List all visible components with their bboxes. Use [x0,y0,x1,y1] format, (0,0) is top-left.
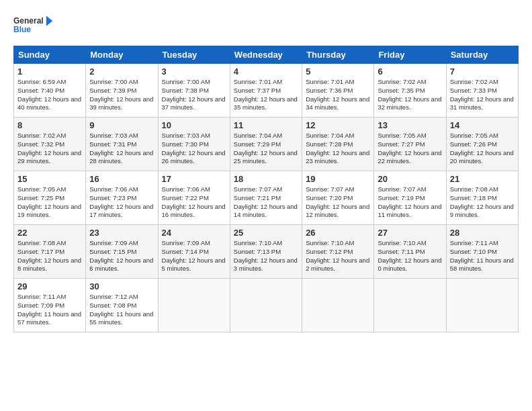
day-info: Sunrise: 7:05 AMSunset: 7:27 PMDaylight:… [378,132,442,166]
calendar-cell: 14Sunrise: 7:05 AMSunset: 7:26 PMDayligh… [446,118,518,171]
day-number: 20 [378,174,442,184]
day-number: 27 [378,228,442,238]
day-info: Sunrise: 7:10 AMSunset: 7:12 PMDaylight:… [306,239,370,273]
day-info: Sunrise: 7:10 AMSunset: 7:13 PMDaylight:… [234,239,298,273]
day-number: 15 [17,174,82,184]
day-number: 8 [17,120,82,130]
logo: General Blue [13,12,54,39]
header-friday: Friday [374,46,446,64]
calendar-cell: 28Sunrise: 7:11 AMSunset: 7:10 PMDayligh… [446,225,518,279]
header: General Blue [13,12,519,39]
day-info: Sunrise: 7:09 AMSunset: 7:15 PMDaylight:… [89,239,154,273]
day-number: 28 [450,228,515,238]
calendar-cell: 20Sunrise: 7:07 AMSunset: 7:19 PMDayligh… [374,171,446,225]
day-number: 21 [450,174,515,184]
day-number: 11 [234,120,298,130]
day-info: Sunrise: 7:00 AMSunset: 7:38 PMDaylight:… [162,78,226,112]
header-monday: Monday [86,46,158,64]
day-number: 7 [450,66,515,77]
calendar-cell: 5Sunrise: 7:01 AMSunset: 7:36 PMDaylight… [302,64,374,118]
calendar-week-4: 22Sunrise: 7:08 AMSunset: 7:17 PMDayligh… [14,225,519,279]
day-info: Sunrise: 7:08 AMSunset: 7:17 PMDaylight:… [17,239,82,273]
day-number: 18 [234,174,298,184]
day-info: Sunrise: 7:01 AMSunset: 7:36 PMDaylight:… [306,78,370,112]
logo-svg: General Blue [13,12,54,39]
day-number: 1 [17,66,82,77]
calendar-cell: 12Sunrise: 7:04 AMSunset: 7:28 PMDayligh… [302,118,374,171]
calendar-cell: 24Sunrise: 7:09 AMSunset: 7:14 PMDayligh… [158,225,230,279]
calendar-cell [302,279,374,332]
day-number: 4 [234,66,298,77]
header-sunday: Sunday [14,46,86,64]
header-thursday: Thursday [302,46,374,64]
day-info: Sunrise: 7:02 AMSunset: 7:33 PMDaylight:… [450,78,515,112]
day-info: Sunrise: 7:05 AMSunset: 7:25 PMDaylight:… [17,185,82,220]
calendar-cell [446,279,518,332]
calendar-cell: 21Sunrise: 7:08 AMSunset: 7:18 PMDayligh… [446,171,518,225]
day-info: Sunrise: 7:12 AMSunset: 7:08 PMDaylight:… [89,293,154,327]
day-number: 2 [89,66,154,77]
calendar-cell: 23Sunrise: 7:09 AMSunset: 7:15 PMDayligh… [86,225,158,279]
day-info: Sunrise: 7:04 AMSunset: 7:28 PMDaylight:… [306,132,370,166]
header-wednesday: Wednesday [230,46,302,64]
svg-marker-2 [47,16,53,26]
day-info: Sunrise: 7:09 AMSunset: 7:14 PMDaylight:… [162,239,226,273]
header-tuesday: Tuesday [158,46,230,64]
day-info: Sunrise: 7:11 AMSunset: 7:10 PMDaylight:… [450,239,515,273]
day-number: 23 [89,228,154,238]
day-info: Sunrise: 7:02 AMSunset: 7:32 PMDaylight:… [17,132,82,166]
day-number: 26 [306,228,370,238]
day-info: Sunrise: 7:03 AMSunset: 7:30 PMDaylight:… [162,132,226,166]
day-info: Sunrise: 7:07 AMSunset: 7:20 PMDaylight:… [306,185,370,220]
day-number: 30 [89,281,154,291]
calendar-cell: 16Sunrise: 7:06 AMSunset: 7:23 PMDayligh… [86,171,158,225]
calendar-cell: 1Sunrise: 6:59 AMSunset: 7:40 PMDaylight… [14,64,86,118]
calendar-cell: 8Sunrise: 7:02 AMSunset: 7:32 PMDaylight… [14,118,86,171]
day-info: Sunrise: 6:59 AMSunset: 7:40 PMDaylight:… [17,78,82,112]
calendar-cell: 13Sunrise: 7:05 AMSunset: 7:27 PMDayligh… [374,118,446,171]
day-number: 6 [378,66,442,77]
day-number: 29 [17,281,82,291]
calendar-cell: 9Sunrise: 7:03 AMSunset: 7:31 PMDaylight… [86,118,158,171]
day-info: Sunrise: 7:07 AMSunset: 7:21 PMDaylight:… [234,185,298,220]
svg-text:General: General [13,16,44,26]
day-info: Sunrise: 7:03 AMSunset: 7:31 PMDaylight:… [89,132,154,166]
day-info: Sunrise: 7:06 AMSunset: 7:22 PMDaylight:… [162,185,226,220]
calendar-cell: 27Sunrise: 7:10 AMSunset: 7:11 PMDayligh… [374,225,446,279]
day-number: 17 [162,174,226,184]
calendar-cell: 29Sunrise: 7:11 AMSunset: 7:09 PMDayligh… [14,279,86,332]
calendar-header-row: SundayMondayTuesdayWednesdayThursdayFrid… [14,46,519,64]
calendar-cell: 15Sunrise: 7:05 AMSunset: 7:25 PMDayligh… [14,171,86,225]
day-info: Sunrise: 7:04 AMSunset: 7:29 PMDaylight:… [234,132,298,166]
calendar-week-3: 15Sunrise: 7:05 AMSunset: 7:25 PMDayligh… [14,171,519,225]
day-info: Sunrise: 7:06 AMSunset: 7:23 PMDaylight:… [89,185,154,220]
day-info: Sunrise: 7:11 AMSunset: 7:09 PMDaylight:… [17,293,82,327]
day-info: Sunrise: 7:10 AMSunset: 7:11 PMDaylight:… [378,239,442,273]
svg-text:Blue: Blue [13,25,31,34]
header-saturday: Saturday [446,46,518,64]
day-number: 9 [89,120,154,130]
calendar-cell: 17Sunrise: 7:06 AMSunset: 7:22 PMDayligh… [158,171,230,225]
day-number: 25 [234,228,298,238]
calendar-cell: 10Sunrise: 7:03 AMSunset: 7:30 PMDayligh… [158,118,230,171]
calendar-cell: 2Sunrise: 7:00 AMSunset: 7:39 PMDaylight… [86,64,158,118]
calendar-cell: 30Sunrise: 7:12 AMSunset: 7:08 PMDayligh… [86,279,158,332]
calendar-cell: 4Sunrise: 7:01 AMSunset: 7:37 PMDaylight… [230,64,302,118]
day-number: 24 [162,228,226,238]
calendar-cell: 6Sunrise: 7:02 AMSunset: 7:35 PMDaylight… [374,64,446,118]
calendar-week-1: 1Sunrise: 6:59 AMSunset: 7:40 PMDaylight… [14,64,519,118]
calendar-cell [230,279,302,332]
calendar-cell: 11Sunrise: 7:04 AMSunset: 7:29 PMDayligh… [230,118,302,171]
day-info: Sunrise: 7:00 AMSunset: 7:39 PMDaylight:… [89,78,154,112]
calendar-week-2: 8Sunrise: 7:02 AMSunset: 7:32 PMDaylight… [14,118,519,171]
day-number: 22 [17,228,82,238]
page: General Blue SundayMondayTuesdayWednesda… [0,0,532,411]
calendar-cell: 19Sunrise: 7:07 AMSunset: 7:20 PMDayligh… [302,171,374,225]
day-info: Sunrise: 7:02 AMSunset: 7:35 PMDaylight:… [378,78,442,112]
day-number: 10 [162,120,226,130]
calendar-cell: 18Sunrise: 7:07 AMSunset: 7:21 PMDayligh… [230,171,302,225]
day-number: 3 [162,66,226,77]
day-info: Sunrise: 7:01 AMSunset: 7:37 PMDaylight:… [234,78,298,112]
day-number: 14 [450,120,515,130]
day-info: Sunrise: 7:07 AMSunset: 7:19 PMDaylight:… [378,185,442,220]
